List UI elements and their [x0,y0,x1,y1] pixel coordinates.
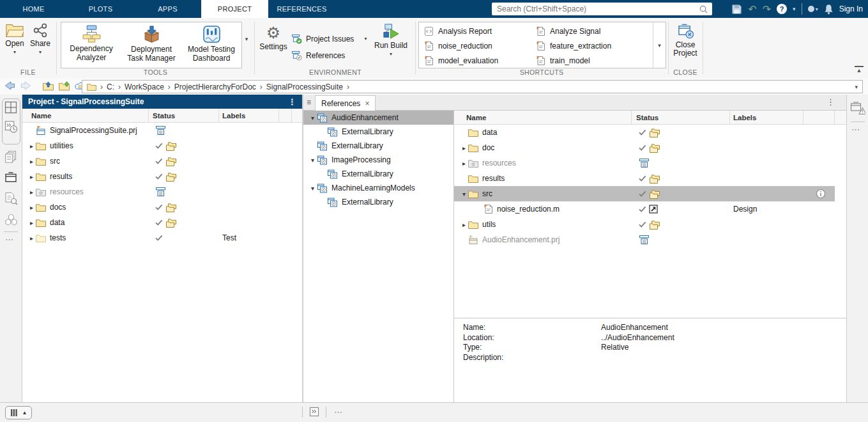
collapse-arrow-icon[interactable]: ▾ [460,191,468,198]
tab-list-icon[interactable]: ≡ [307,98,311,107]
info-icon[interactable] [816,189,826,199]
tab-apps[interactable]: APPS [134,0,201,18]
redo-icon[interactable]: ↷ [763,3,771,15]
shortcut-analyze-signal[interactable]: Analyze Signal [536,24,611,38]
details-panel-toggle-button[interactable]: ▲ [5,406,32,419]
column-header-labels[interactable]: Labels [730,111,803,124]
column-header-status[interactable]: Status [149,109,219,122]
collapse-arrow-icon[interactable]: ▾ [308,157,317,164]
shortcut-feature-extraction[interactable]: feature_extraction [536,38,611,53]
tab-plots[interactable]: PLOTS [67,0,134,18]
more-dots-icon[interactable]: ⋯ [5,235,14,244]
settings-button[interactable]: ⚙ Settings [258,24,289,51]
table-row[interactable]: results [454,171,846,186]
table-row[interactable]: ▸ utilities [22,138,302,153]
shortcut-train-model[interactable]: train_model [536,53,611,68]
expand-arrow-icon[interactable]: ▸ [460,145,468,152]
layout-grid-icon[interactable] [4,101,17,114]
column-header-status[interactable]: Status [632,111,730,124]
share-button[interactable]: Share ▾ [28,23,52,55]
shortcut-analysis-report[interactable]: Analysis Report [424,24,498,38]
shortcuts-gallery-dropdown-caret-icon[interactable]: ▾ [653,22,666,68]
file-details-icon[interactable] [4,192,18,205]
expand-arrow-icon[interactable]: ▸ [27,204,36,211]
breadcrumb-segment[interactable]: ProjectHierarchyForDoc [174,82,256,91]
deployment-task-manager-button[interactable]: DeploymentTask Manager [121,22,181,68]
table-row-selected[interactable]: ▾ src [454,186,835,201]
tree-item-imageprocessing[interactable]: ▾ ImageProcessing [303,153,453,167]
tools-gallery-dropdown-caret-icon[interactable]: ▾ [242,36,251,42]
tree-item-machinelearningmodels[interactable]: ▾ MachineLearningModels [303,181,453,195]
tab-home[interactable]: HOME [0,0,67,18]
table-row[interactable]: ▸ results [22,169,302,184]
help-dropdown-caret-icon[interactable]: ▾ [793,6,796,12]
references-document-tab[interactable]: References × [315,95,376,111]
column-header-name[interactable]: Name [454,111,632,124]
close-project-button[interactable]: CloseProject [670,23,701,58]
run-build-button[interactable]: Run Build ▾ [373,23,409,57]
tree-item-audioenhancement[interactable]: ▾ AudioEnhancement [303,111,453,125]
tree-item-externallibrary[interactable]: ExternalLibrary [303,125,453,139]
expand-arrow-icon[interactable]: ▸ [27,143,36,150]
column-header-labels[interactable]: Labels [219,109,279,122]
save-icon[interactable] [731,4,742,15]
table-row[interactable]: noise_reduction.m Design [454,201,846,217]
breadcrumb-segment[interactable]: C: [107,82,114,91]
expand-arrow-icon[interactable]: ▸ [460,221,468,228]
table-row[interactable]: ▸ tests Test [22,230,302,246]
expand-arrow-icon[interactable]: ▸ [27,235,36,242]
shortcut-noise-reduction[interactable]: noise_reduction [424,38,498,53]
table-row[interactable]: ▸ utils [454,217,846,232]
command-history-icon[interactable] [4,120,18,134]
table-row[interactable]: data [454,125,846,140]
expand-arrow-icon[interactable]: ▸ [27,173,36,180]
add-folder-icon[interactable] [59,81,70,91]
tab-project[interactable]: PROJECT [201,0,268,18]
back-icon[interactable] [4,81,15,91]
project-box-icon[interactable] [4,171,17,183]
undo-icon[interactable]: ↶ [748,3,756,15]
table-row[interactable]: AudioEnhancement.prj [454,232,846,247]
tab-bar-menu-icon[interactable]: ⋮ [826,97,835,107]
table-row[interactable]: ▸ data [22,215,302,230]
references-button[interactable]: References [291,47,367,64]
table-row[interactable]: ▸ docs [22,199,302,215]
table-row[interactable]: ▸ resources [454,155,846,171]
more-dots-icon[interactable]: ⋯ [334,407,344,417]
account-icon[interactable]: ▾ [808,6,818,12]
project-issues-warning-icon[interactable] [850,101,865,115]
column-header-name[interactable]: Name [22,109,149,122]
table-row[interactable]: SignalProcessingSuite.prj [22,123,302,138]
dependencies-cubes-icon[interactable] [4,214,18,226]
notifications-bell-icon[interactable] [824,4,834,15]
open-button[interactable]: Open ▾ [3,23,27,55]
expand-arrow-icon[interactable]: ▸ [27,158,36,165]
collapse-arrow-icon[interactable]: ▾ [308,185,317,192]
table-row[interactable]: ▸ doc [454,140,846,155]
collapse-ribbon-button[interactable]: ▲ [855,66,864,73]
tab-references[interactable]: REFERENCES [268,0,335,18]
expand-arrow-icon[interactable]: ▸ [27,219,36,226]
tree-item-externallibrary[interactable]: ExternalLibrary [303,139,453,153]
expand-arrow-icon[interactable]: ▸ [27,189,36,196]
table-row[interactable]: ▸ resources [22,184,302,199]
collapse-arrow-icon[interactable]: ▾ [308,114,317,121]
shortcut-model-evaluation[interactable]: model_evaluation [424,53,498,68]
more-dots-icon[interactable]: ⋯ [851,125,860,134]
help-icon[interactable]: ? [777,4,787,14]
expand-arrow-icon[interactable]: ▸ [460,160,468,167]
tree-item-externallibrary[interactable]: ExternalLibrary [303,195,453,209]
sign-in-button[interactable]: Sign In [839,4,863,13]
search-input[interactable] [492,4,699,13]
files-icon[interactable] [4,150,17,164]
forward-icon[interactable] [20,81,31,91]
close-tab-icon[interactable]: × [365,99,369,108]
command-panel-icon[interactable] [309,407,319,417]
model-testing-dashboard-button[interactable]: Model TestingDashboard [181,22,241,68]
breadcrumb-segment[interactable]: WorkSpace [125,82,164,91]
address-dropdown-caret-icon[interactable]: ▾ [855,84,862,90]
project-issues-button[interactable]: Project Issues ▾ [291,31,367,47]
breadcrumb-segment[interactable]: SignalProcessingSuite [266,82,343,91]
up-folder-icon[interactable] [43,81,54,91]
table-row[interactable]: ▸ src [22,153,302,169]
